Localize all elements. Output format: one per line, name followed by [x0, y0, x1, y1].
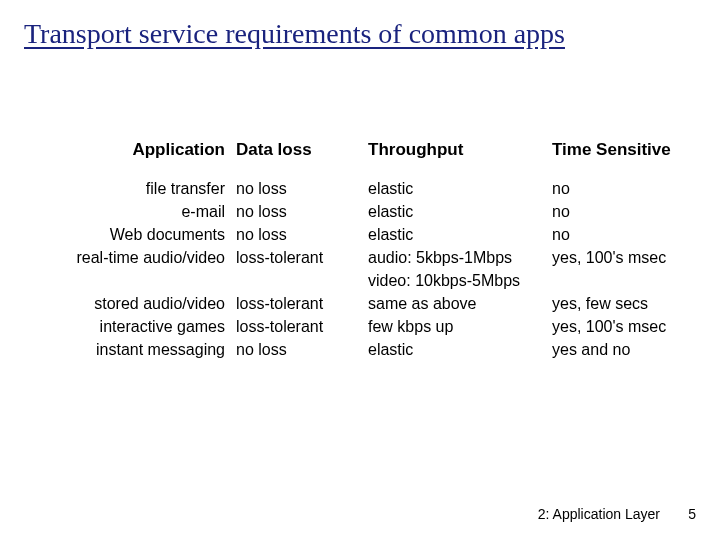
cell-app: instant messaging — [0, 341, 225, 359]
cell-time: yes and no — [552, 341, 717, 359]
cell-thru: same as above — [368, 295, 543, 313]
cell-app: real-time audio/video — [0, 249, 225, 267]
cell-loss: no loss — [236, 226, 356, 244]
cell-time: no — [552, 180, 717, 198]
cell-loss: no loss — [236, 203, 356, 221]
cell-app: e-mail — [0, 203, 225, 221]
cell-app: interactive games — [0, 318, 225, 336]
cell-thru-extra: video: 10kbps-5Mbps — [368, 272, 543, 290]
cell-time: no — [552, 203, 717, 221]
slide: Transport service requirements of common… — [0, 0, 720, 540]
cell-app: Web documents — [0, 226, 225, 244]
slide-title: Transport service requirements of common… — [24, 18, 696, 50]
cell-thru: few kbps up — [368, 318, 543, 336]
header-dataloss: Data loss — [236, 140, 312, 160]
cell-time: no — [552, 226, 717, 244]
cell-time: yes, few secs — [552, 295, 717, 313]
header-throughput: Throughput — [368, 140, 463, 160]
header-application: Application — [0, 140, 225, 160]
cell-thru: elastic — [368, 226, 543, 244]
cell-loss: no loss — [236, 341, 356, 359]
cell-time: yes, 100's msec — [552, 249, 717, 267]
cell-app: stored audio/video — [0, 295, 225, 313]
cell-thru: elastic — [368, 203, 543, 221]
cell-loss: loss-tolerant — [236, 318, 356, 336]
cell-app: file transfer — [0, 180, 225, 198]
cell-thru: elastic — [368, 341, 543, 359]
cell-loss: loss-tolerant — [236, 295, 356, 313]
cell-loss: loss-tolerant — [236, 249, 356, 267]
cell-time: yes, 100's msec — [552, 318, 717, 336]
cell-loss: no loss — [236, 180, 356, 198]
header-timesensitive: Time Sensitive — [552, 140, 671, 160]
footer-page: 5 — [688, 506, 696, 522]
footer-chapter: 2: Application Layer — [538, 506, 660, 522]
cell-thru: elastic — [368, 180, 543, 198]
cell-thru: audio: 5kbps-1Mbps — [368, 249, 543, 267]
